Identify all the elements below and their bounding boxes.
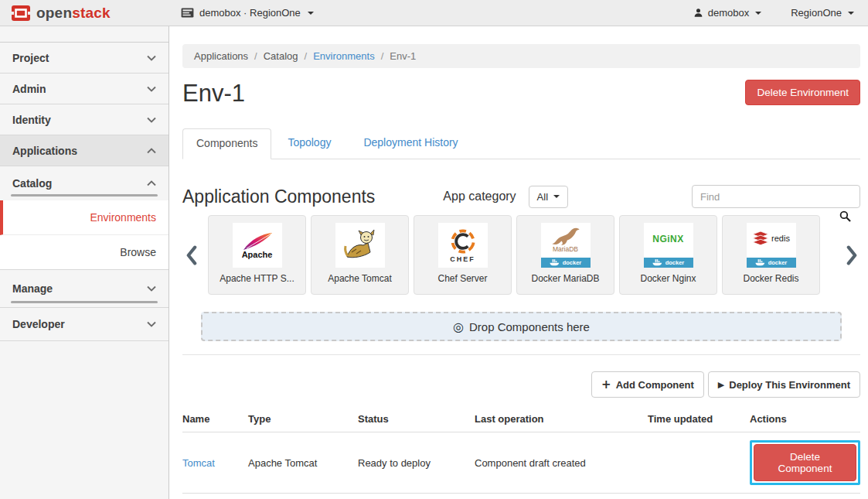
component-tile-docker-nginx[interactable]: NGiNX docker Docker Nginx <box>619 215 717 295</box>
carousel-next-button[interactable] <box>843 244 860 266</box>
openstack-logo[interactable]: openstack <box>0 5 170 22</box>
find-input[interactable] <box>692 185 860 208</box>
apache-wordmark: Apache <box>242 250 273 259</box>
chevron-down-icon <box>147 321 156 327</box>
docker-whale-icon <box>652 259 663 266</box>
deploy-environment-button[interactable]: ▶ Deploy This Environment <box>708 371 860 398</box>
apache-feather-icon <box>241 231 274 251</box>
tab-bar: Components Topology Deployment History <box>182 128 860 159</box>
sidebar-item-project[interactable]: Project <box>0 43 168 73</box>
app-category-dropdown[interactable]: All <box>529 186 568 208</box>
play-icon: ▶ <box>718 380 724 390</box>
sidebar-item-label: Identity <box>12 114 51 126</box>
docker-whale-icon <box>550 259 560 266</box>
breadcrumb-applications: Applications <box>194 50 248 62</box>
tile-label: Apache Tomcat <box>311 273 408 284</box>
chef-swirl-icon <box>450 228 476 255</box>
sidebar-item-developer[interactable]: Developer <box>0 307 168 341</box>
docker-badge: docker <box>541 258 591 268</box>
components-table: Name Type Status Last operation Time upd… <box>182 405 860 494</box>
highlight-box: Delete Component <box>750 440 860 485</box>
caret-down-icon <box>308 12 314 15</box>
sidebar-item-identity[interactable]: Identity <box>0 104 168 135</box>
catalog-underline <box>11 194 158 197</box>
user-menu[interactable]: demobox <box>693 7 761 19</box>
mariadb-logo: MariaDB docker <box>541 223 591 268</box>
breadcrumb: Applications / Catalog / Environments / … <box>182 44 860 68</box>
chevron-down-icon <box>147 86 156 92</box>
docker-wordmark: docker <box>768 259 788 266</box>
table-row: Tomcat Apache Tomcat Ready to deploy Com… <box>182 432 860 494</box>
chevron-up-icon <box>147 180 156 186</box>
tab-deployment-history[interactable]: Deployment History <box>347 128 474 159</box>
drop-components-zone[interactable]: ◎ Drop Components here <box>201 312 842 341</box>
user-label: demobox <box>708 7 749 19</box>
sidebar-item-label: Project <box>12 52 49 64</box>
component-tile-apache-http[interactable]: Apache Apache HTTP S... <box>208 215 306 295</box>
table-actions: + Add Component ▶ Deploy This Environmen… <box>182 371 860 398</box>
app-category-value: All <box>537 191 548 203</box>
tab-topology[interactable]: Topology <box>271 128 347 159</box>
region-menu[interactable]: RegionOne <box>791 7 854 19</box>
context-switcher[interactable]: demobox · RegionOne <box>181 7 314 19</box>
redis-cube-icon <box>752 231 769 245</box>
component-tile-docker-mariadb[interactable]: MariaDB docker Docker MariaDB <box>516 215 614 295</box>
apache-http-logo: Apache <box>233 223 282 268</box>
component-tile-docker-redis[interactable]: redis docker Docker Redis <box>722 215 820 295</box>
column-header-last-operation: Last operation <box>475 405 648 432</box>
breadcrumb-environments-link[interactable]: Environments <box>313 50 374 62</box>
component-tile-apache-tomcat[interactable]: Apache Tomcat <box>311 215 409 295</box>
caret-down-icon <box>755 12 761 15</box>
nginx-wordmark: NGiNX <box>652 234 684 244</box>
column-header-status: Status <box>358 405 475 432</box>
section-divider <box>182 354 860 355</box>
component-tile-chef-server[interactable]: CHEF Chef Server <box>414 215 512 295</box>
docker-whale-icon <box>755 259 766 266</box>
sidebar-item-catalog[interactable]: Catalog <box>0 166 168 200</box>
chevron-left-icon <box>186 244 197 266</box>
sidebar-item-environments[interactable]: Environments <box>0 200 168 235</box>
docker-wordmark: docker <box>665 259 685 266</box>
add-component-label: Add Component <box>616 379 694 391</box>
mariadb-wordmark: MariaDB <box>553 245 578 253</box>
domain-icon <box>181 8 194 18</box>
search-icon[interactable] <box>839 210 851 222</box>
target-icon: ◎ <box>453 320 464 334</box>
plus-icon: + <box>601 378 611 391</box>
chevron-right-icon <box>846 244 858 266</box>
table-header-row: Name Type Status Last operation Time upd… <box>182 405 860 432</box>
breadcrumb-separator: / <box>254 50 257 62</box>
column-header-time-updated: Time updated <box>648 405 750 432</box>
chef-wordmark: CHEF <box>450 255 475 263</box>
sidebar-item-label: Environments <box>90 211 156 224</box>
manage-underline <box>11 301 158 303</box>
sidebar-item-label: Catalog <box>12 177 52 190</box>
sidebar-item-manage[interactable]: Manage <box>0 270 168 307</box>
sidebar-item-label: Applications <box>12 145 77 157</box>
page-header: Env-1 Delete Environment <box>182 80 860 108</box>
sidebar-item-browse[interactable]: Browse <box>0 235 168 270</box>
sidebar-item-applications[interactable]: Applications <box>0 135 168 166</box>
components-carousel: Apache Apache HTTP S... <box>182 215 860 295</box>
sidebar-item-admin[interactable]: Admin <box>0 73 168 104</box>
carousel-prev-button[interactable] <box>182 244 199 266</box>
delete-component-button[interactable]: Delete Component <box>754 444 856 481</box>
brand-text: openstack <box>36 5 111 22</box>
component-last-operation: Component draft created <box>475 432 648 494</box>
tile-label: Apache HTTP S... <box>209 273 305 284</box>
tile-label: Docker MariaDB <box>517 273 614 284</box>
component-time-updated <box>648 432 750 494</box>
add-component-button[interactable]: + Add Component <box>591 371 704 398</box>
dropzone-label: Drop Components here <box>469 320 590 333</box>
nginx-logo: NGiNX docker <box>644 223 693 268</box>
top-navbar: openstack demobox · RegionOne demobox Re… <box>0 0 868 26</box>
delete-environment-button[interactable]: Delete Environment <box>745 80 860 105</box>
caret-down-icon <box>848 12 854 15</box>
chevron-up-icon <box>147 148 156 154</box>
component-name-link[interactable]: Tomcat <box>182 457 215 469</box>
column-header-type: Type <box>248 405 358 432</box>
context-label: demobox · RegionOne <box>199 7 301 19</box>
table-footer: Displaying 1 item <box>182 494 860 499</box>
column-header-actions: Actions <box>750 405 860 432</box>
tab-components[interactable]: Components <box>182 128 271 159</box>
